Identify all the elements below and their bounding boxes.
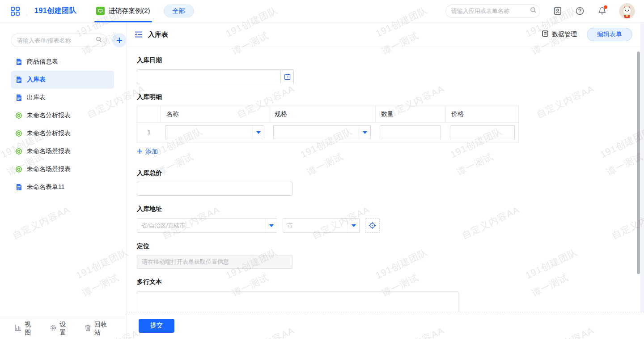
data-manage-label: 数据管理 bbox=[552, 30, 577, 39]
collapse-menu-icon[interactable] bbox=[134, 30, 144, 39]
field-label-address: 入库地址 bbox=[137, 205, 644, 213]
report-icon bbox=[15, 112, 22, 119]
vertical-scrollbar[interactable] bbox=[637, 51, 640, 274]
sidebar-item-label: 商品信息表 bbox=[27, 58, 58, 66]
toolbar-right: 数据管理 编辑表单 bbox=[542, 28, 632, 41]
tab-app-label: 进销存案例(2) bbox=[108, 7, 150, 15]
spec-select[interactable] bbox=[273, 125, 371, 139]
field-label-location: 定位 bbox=[137, 242, 644, 250]
date-input[interactable] bbox=[137, 69, 281, 84]
data-manage-icon bbox=[542, 30, 549, 39]
province-select[interactable]: 省/自治区/直辖市 bbox=[137, 218, 277, 233]
sidebar-item[interactable]: 入库表 bbox=[11, 71, 114, 89]
form-doc-icon bbox=[15, 76, 22, 83]
detail-column-header: 规格 bbox=[269, 106, 375, 122]
help-icon[interactable] bbox=[574, 6, 585, 17]
search-icon bbox=[96, 36, 102, 44]
add-plus-icon bbox=[137, 148, 143, 155]
detail-column-header: 价格 bbox=[445, 106, 519, 122]
report-icon bbox=[15, 166, 22, 173]
sidebar-item[interactable]: 未命名表单11 bbox=[11, 178, 114, 196]
body-row: 商品信息表入库表出库表未命名分析报表未命名分析报表未命名场景报表未命名场景报表未… bbox=[0, 22, 644, 339]
filter-all-label: 全部 bbox=[173, 7, 185, 15]
main-toolbar: 入库表 数据管理 编辑表单 bbox=[127, 22, 644, 47]
sidebar-item-label: 未命名表单11 bbox=[27, 183, 65, 191]
sidebar-views-label: 视图 bbox=[25, 321, 36, 337]
sidebar-search[interactable] bbox=[11, 34, 107, 47]
sidebar-settings-button[interactable]: 设置 bbox=[50, 321, 72, 337]
header-right bbox=[445, 3, 635, 19]
dropdown-caret-icon bbox=[265, 219, 277, 232]
sidebar-item[interactable]: 出库表 bbox=[11, 89, 114, 107]
sidebar-list: 商品信息表入库表出库表未命名分析报表未命名分析报表未命名场景报表未命名场景报表未… bbox=[0, 53, 126, 318]
sidebar-item-label: 出库表 bbox=[27, 94, 46, 102]
svg-text:7: 7 bbox=[286, 75, 288, 79]
header-divider bbox=[27, 7, 27, 15]
add-form-button[interactable] bbox=[112, 33, 127, 47]
sidebar-item-label: 未命名场景报表 bbox=[27, 165, 71, 173]
recycle-trash-icon bbox=[85, 324, 91, 333]
search-icon bbox=[530, 7, 537, 15]
sidebar-recycle-button[interactable]: 回收站 bbox=[85, 321, 112, 337]
price-input[interactable] bbox=[450, 125, 515, 139]
global-search[interactable] bbox=[445, 4, 540, 18]
sidebar-item[interactable]: 未命名场景报表 bbox=[11, 142, 114, 160]
form-doc-icon bbox=[15, 58, 22, 65]
avatar[interactable] bbox=[619, 3, 635, 19]
report-icon bbox=[15, 148, 22, 155]
main-panel: 入库表 数据管理 编辑表单 入库日 bbox=[127, 22, 644, 339]
dropdown-caret-icon bbox=[359, 126, 370, 139]
sidebar-search-row bbox=[11, 33, 115, 47]
city-select[interactable]: 市 bbox=[283, 218, 360, 233]
form-doc-icon bbox=[15, 94, 22, 101]
sidebar-item[interactable]: 未命名分析报表 bbox=[11, 124, 114, 142]
form-doc-icon bbox=[15, 184, 22, 191]
field-label-date: 入库日期 bbox=[137, 56, 644, 64]
apps-grid-icon[interactable] bbox=[10, 6, 21, 17]
detail-table: 名称规格数量价格 1 bbox=[137, 106, 519, 142]
detail-column-header: 数量 bbox=[375, 106, 445, 122]
contacts-icon[interactable] bbox=[552, 6, 563, 17]
sidebar-footer: 视图 设置 bbox=[0, 318, 126, 339]
add-row-button[interactable]: 添加 bbox=[137, 148, 158, 156]
field-label-multiline: 多行文本 bbox=[137, 278, 644, 286]
data-manage-button[interactable]: 数据管理 bbox=[542, 30, 577, 39]
app-window: 191创建团队 进销存案例(2) 全部 bbox=[0, 0, 644, 339]
multiline-textarea[interactable] bbox=[137, 292, 458, 312]
date-field: 7 bbox=[137, 69, 644, 84]
sidebar-views-button[interactable]: 视图 bbox=[14, 321, 36, 337]
total-price-input[interactable] bbox=[137, 182, 292, 196]
tab-active-underline bbox=[94, 21, 152, 22]
field-label-detail: 入库明细 bbox=[137, 93, 644, 101]
sidebar-search-input[interactable] bbox=[17, 37, 96, 44]
notification-dot bbox=[604, 5, 607, 9]
global-search-input[interactable] bbox=[451, 8, 530, 14]
sidebar-item-label: 入库表 bbox=[27, 76, 46, 84]
tab-app[interactable]: 进销存案例(2) bbox=[94, 0, 152, 22]
address-row: 省/自治区/直辖市 市 bbox=[137, 218, 644, 233]
locate-target-icon[interactable] bbox=[365, 218, 380, 233]
sidebar-item-label: 未命名场景报表 bbox=[27, 147, 71, 155]
settings-gear-icon bbox=[50, 324, 57, 333]
form-title: 入库表 bbox=[148, 30, 168, 39]
calendar-icon[interactable]: 7 bbox=[281, 69, 294, 84]
name-select[interactable] bbox=[165, 125, 264, 139]
sidebar-item[interactable]: 未命名分析报表 bbox=[11, 107, 114, 124]
filter-all-pill[interactable]: 全部 bbox=[164, 4, 194, 17]
dropdown-caret-icon bbox=[347, 219, 359, 232]
sidebar-item[interactable]: 未命名场景报表 bbox=[11, 160, 114, 178]
bell-icon[interactable] bbox=[597, 6, 607, 17]
row-index: 1 bbox=[137, 123, 161, 142]
quantity-input[interactable] bbox=[380, 125, 441, 139]
field-label-total: 入库总价 bbox=[137, 169, 644, 177]
sidebar-settings-label: 设置 bbox=[60, 321, 72, 337]
sidebar-recycle-label: 回收站 bbox=[94, 321, 112, 337]
team-name[interactable]: 191创建团队 bbox=[34, 6, 76, 16]
top-header: 191创建团队 进销存案例(2) 全部 bbox=[0, 0, 644, 22]
province-placeholder: 省/自治区/直辖市 bbox=[137, 222, 185, 230]
detail-column-header: 名称 bbox=[161, 106, 269, 122]
edit-form-button[interactable]: 编辑表单 bbox=[587, 28, 632, 41]
location-input bbox=[137, 255, 292, 269]
submit-button[interactable]: 提交 bbox=[139, 319, 174, 333]
sidebar-item[interactable]: 商品信息表 bbox=[11, 53, 114, 71]
